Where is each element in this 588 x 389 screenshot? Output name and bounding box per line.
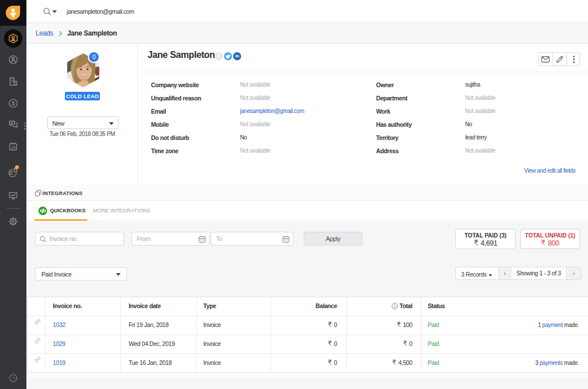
svg-text:$: $ [12, 100, 16, 106]
svg-text:?: ? [12, 376, 15, 381]
svg-text:23: 23 [11, 146, 16, 150]
